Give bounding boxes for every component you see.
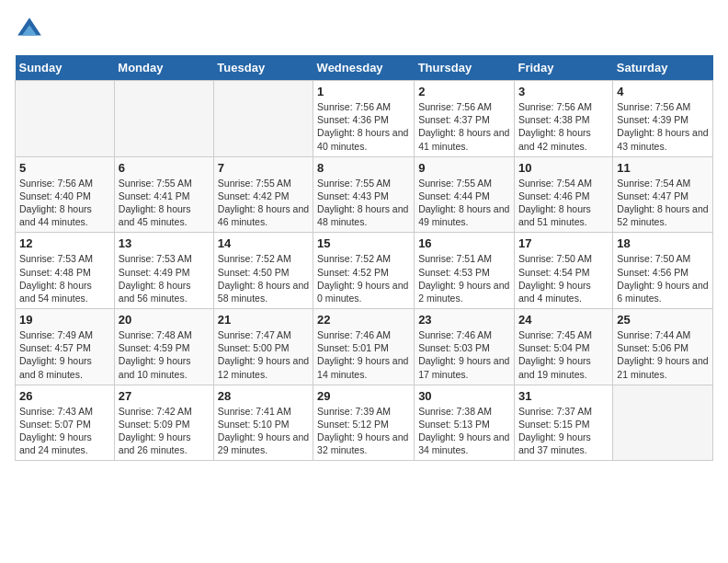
day-detail: Sunrise: 7:42 AMSunset: 5:09 PMDaylight:… <box>119 405 210 457</box>
calendar-cell: 1Sunrise: 7:56 AMSunset: 4:36 PMDaylight… <box>313 81 415 157</box>
day-number: 30 <box>418 389 510 403</box>
calendar-cell <box>213 81 313 157</box>
calendar-cell: 18Sunrise: 7:50 AMSunset: 4:56 PMDayligh… <box>613 233 713 309</box>
calendar-cell <box>114 81 213 157</box>
day-number: 18 <box>617 236 709 250</box>
day-number: 2 <box>418 85 510 98</box>
day-detail: Sunrise: 7:53 AMSunset: 4:48 PMDaylight:… <box>19 252 110 304</box>
calendar-cell: 8Sunrise: 7:55 AMSunset: 4:43 PMDaylight… <box>313 156 415 233</box>
day-detail: Sunrise: 7:41 AMSunset: 5:10 PMDaylight:… <box>218 405 309 457</box>
day-number: 17 <box>518 236 609 250</box>
day-detail: Sunrise: 7:49 AMSunset: 4:57 PMDaylight:… <box>19 328 110 381</box>
calendar-week-row: 12Sunrise: 7:53 AMSunset: 4:48 PMDayligh… <box>16 233 713 309</box>
calendar-cell: 16Sunrise: 7:51 AMSunset: 4:53 PMDayligh… <box>415 233 515 309</box>
day-detail: Sunrise: 7:43 AMSunset: 5:07 PMDaylight:… <box>19 405 110 457</box>
page-header <box>15 15 713 44</box>
calendar-week-row: 1Sunrise: 7:56 AMSunset: 4:36 PMDaylight… <box>16 81 713 157</box>
calendar-week-row: 26Sunrise: 7:43 AMSunset: 5:07 PMDayligh… <box>16 385 713 461</box>
calendar-cell: 10Sunrise: 7:54 AMSunset: 4:46 PMDayligh… <box>514 156 612 233</box>
day-detail: Sunrise: 7:56 AMSunset: 4:39 PMDaylight:… <box>617 100 709 153</box>
day-detail: Sunrise: 7:46 AMSunset: 5:03 PMDaylight:… <box>418 328 510 381</box>
calendar-cell: 2Sunrise: 7:56 AMSunset: 4:37 PMDaylight… <box>415 81 515 157</box>
day-detail: Sunrise: 7:55 AMSunset: 4:43 PMDaylight:… <box>317 177 410 229</box>
calendar-cell: 26Sunrise: 7:43 AMSunset: 5:07 PMDayligh… <box>16 385 115 461</box>
calendar-cell: 25Sunrise: 7:44 AMSunset: 5:06 PMDayligh… <box>613 309 713 385</box>
calendar-cell: 22Sunrise: 7:46 AMSunset: 5:01 PMDayligh… <box>313 309 415 385</box>
day-number: 6 <box>119 161 210 175</box>
day-number: 26 <box>19 389 110 403</box>
day-detail: Sunrise: 7:47 AMSunset: 5:00 PMDaylight:… <box>218 328 309 381</box>
day-number: 14 <box>218 236 309 250</box>
logo <box>15 15 48 44</box>
day-number: 27 <box>119 389 210 403</box>
calendar-cell: 23Sunrise: 7:46 AMSunset: 5:03 PMDayligh… <box>415 309 515 385</box>
day-number: 11 <box>617 161 709 175</box>
day-detail: Sunrise: 7:54 AMSunset: 4:46 PMDaylight:… <box>518 177 609 229</box>
day-detail: Sunrise: 7:50 AMSunset: 4:56 PMDaylight:… <box>617 252 709 304</box>
day-number: 19 <box>19 313 110 327</box>
calendar-week-row: 5Sunrise: 7:56 AMSunset: 4:40 PMDaylight… <box>16 156 713 233</box>
day-number: 1 <box>317 85 410 98</box>
day-detail: Sunrise: 7:53 AMSunset: 4:49 PMDaylight:… <box>119 252 210 304</box>
day-number: 5 <box>19 161 110 175</box>
day-number: 31 <box>518 389 609 403</box>
day-number: 10 <box>518 161 609 175</box>
calendar-cell: 12Sunrise: 7:53 AMSunset: 4:48 PMDayligh… <box>16 233 115 309</box>
calendar-cell: 19Sunrise: 7:49 AMSunset: 4:57 PMDayligh… <box>16 309 115 385</box>
day-of-week-header: Saturday <box>613 55 713 81</box>
day-detail: Sunrise: 7:52 AMSunset: 4:50 PMDaylight:… <box>218 252 309 304</box>
day-number: 20 <box>119 313 210 327</box>
day-number: 15 <box>317 236 410 250</box>
day-of-week-header: Tuesday <box>213 55 313 81</box>
day-detail: Sunrise: 7:56 AMSunset: 4:38 PMDaylight:… <box>518 100 609 153</box>
calendar-cell: 5Sunrise: 7:56 AMSunset: 4:40 PMDaylight… <box>16 156 115 233</box>
day-detail: Sunrise: 7:39 AMSunset: 5:12 PMDaylight:… <box>317 405 410 457</box>
day-number: 13 <box>119 236 210 250</box>
day-detail: Sunrise: 7:50 AMSunset: 4:54 PMDaylight:… <box>518 252 609 304</box>
day-detail: Sunrise: 7:55 AMSunset: 4:44 PMDaylight:… <box>418 177 510 229</box>
calendar-cell: 20Sunrise: 7:48 AMSunset: 4:59 PMDayligh… <box>114 309 213 385</box>
calendar-cell: 21Sunrise: 7:47 AMSunset: 5:00 PMDayligh… <box>213 309 313 385</box>
day-detail: Sunrise: 7:56 AMSunset: 4:40 PMDaylight:… <box>19 177 110 229</box>
calendar-cell: 15Sunrise: 7:52 AMSunset: 4:52 PMDayligh… <box>313 233 415 309</box>
calendar-cell: 11Sunrise: 7:54 AMSunset: 4:47 PMDayligh… <box>613 156 713 233</box>
calendar-cell: 4Sunrise: 7:56 AMSunset: 4:39 PMDaylight… <box>613 81 713 157</box>
calendar-cell <box>16 81 115 157</box>
calendar-header-row: SundayMondayTuesdayWednesdayThursdayFrid… <box>16 55 713 81</box>
day-number: 12 <box>19 236 110 250</box>
day-number: 21 <box>218 313 309 327</box>
day-detail: Sunrise: 7:46 AMSunset: 5:01 PMDaylight:… <box>317 328 410 381</box>
day-detail: Sunrise: 7:52 AMSunset: 4:52 PMDaylight:… <box>317 252 410 304</box>
day-detail: Sunrise: 7:51 AMSunset: 4:53 PMDaylight:… <box>418 252 510 304</box>
day-detail: Sunrise: 7:55 AMSunset: 4:42 PMDaylight:… <box>218 177 309 229</box>
calendar-cell: 27Sunrise: 7:42 AMSunset: 5:09 PMDayligh… <box>114 385 213 461</box>
day-number: 28 <box>218 389 309 403</box>
day-detail: Sunrise: 7:55 AMSunset: 4:41 PMDaylight:… <box>119 177 210 229</box>
calendar-cell: 6Sunrise: 7:55 AMSunset: 4:41 PMDaylight… <box>114 156 213 233</box>
day-of-week-header: Wednesday <box>313 55 415 81</box>
day-number: 29 <box>317 389 410 403</box>
calendar-cell: 7Sunrise: 7:55 AMSunset: 4:42 PMDaylight… <box>213 156 313 233</box>
calendar-table: SundayMondayTuesdayWednesdayThursdayFrid… <box>15 55 713 461</box>
day-detail: Sunrise: 7:48 AMSunset: 4:59 PMDaylight:… <box>119 328 210 381</box>
calendar-cell: 3Sunrise: 7:56 AMSunset: 4:38 PMDaylight… <box>514 81 612 157</box>
calendar-cell: 30Sunrise: 7:38 AMSunset: 5:13 PMDayligh… <box>415 385 515 461</box>
calendar-week-row: 19Sunrise: 7:49 AMSunset: 4:57 PMDayligh… <box>16 309 713 385</box>
day-of-week-header: Thursday <box>415 55 515 81</box>
day-detail: Sunrise: 7:56 AMSunset: 4:36 PMDaylight:… <box>317 100 410 153</box>
calendar-cell: 31Sunrise: 7:37 AMSunset: 5:15 PMDayligh… <box>514 385 612 461</box>
day-detail: Sunrise: 7:54 AMSunset: 4:47 PMDaylight:… <box>617 177 709 229</box>
day-number: 7 <box>218 161 309 175</box>
day-number: 25 <box>617 313 709 327</box>
day-detail: Sunrise: 7:56 AMSunset: 4:37 PMDaylight:… <box>418 100 510 153</box>
day-number: 22 <box>317 313 410 327</box>
day-number: 24 <box>518 313 609 327</box>
day-of-week-header: Monday <box>114 55 213 81</box>
calendar-cell: 17Sunrise: 7:50 AMSunset: 4:54 PMDayligh… <box>514 233 612 309</box>
day-number: 9 <box>418 161 510 175</box>
day-number: 23 <box>418 313 510 327</box>
day-detail: Sunrise: 7:45 AMSunset: 5:04 PMDaylight:… <box>518 328 609 381</box>
day-of-week-header: Friday <box>514 55 612 81</box>
logo-icon <box>15 15 44 44</box>
calendar-cell: 29Sunrise: 7:39 AMSunset: 5:12 PMDayligh… <box>313 385 415 461</box>
